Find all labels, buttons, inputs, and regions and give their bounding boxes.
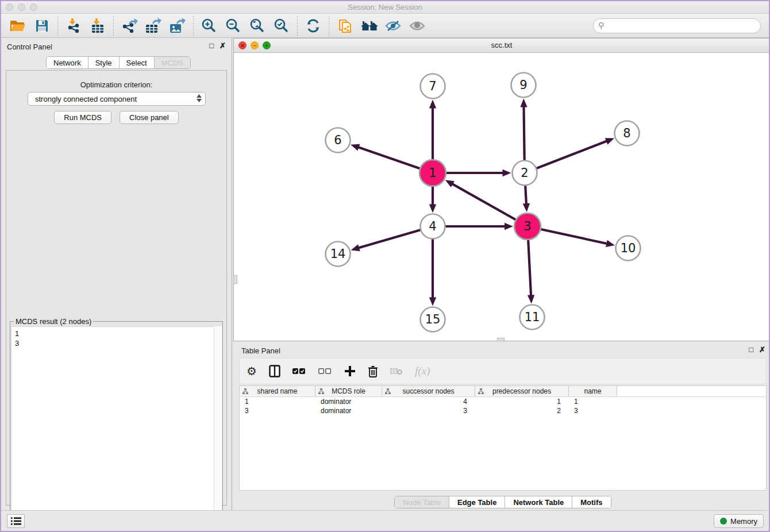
- export-image-icon[interactable]: [165, 16, 190, 36]
- refresh-icon[interactable]: [301, 16, 325, 36]
- column-header-label: name: [584, 387, 601, 395]
- column-header[interactable]: predecessor nodes: [475, 386, 569, 396]
- run-mcds-button[interactable]: Run MCDS: [54, 111, 111, 124]
- import-network-icon[interactable]: [61, 16, 86, 36]
- clone-network-icon[interactable]: [333, 16, 357, 36]
- table-header-row: shared nameMCDS rolesuccessor nodesprede…: [240, 386, 766, 397]
- graph-node-label: 6: [334, 133, 341, 147]
- graph-node-label: 4: [429, 219, 436, 233]
- column-header-label: predecessor nodes: [492, 387, 551, 395]
- zoom-in-icon[interactable]: [197, 16, 221, 36]
- graph-edge-arrowhead: [503, 169, 511, 176]
- graph-node-label: 10: [621, 241, 636, 255]
- graph-edge-2-8[interactable]: [525, 141, 608, 173]
- tab-style[interactable]: Style: [88, 57, 120, 68]
- splitter-handle-bottom[interactable]: [497, 338, 505, 341]
- gear-icon[interactable]: ⚙: [247, 363, 257, 380]
- zoom-selected-icon[interactable]: [270, 16, 294, 36]
- table-cell: 1: [240, 397, 315, 406]
- graph-node-label: 15: [425, 313, 441, 326]
- first-neighbors-icon[interactable]: [357, 16, 381, 36]
- float-panel-icon[interactable]: □: [209, 42, 214, 50]
- float-table-panel-icon[interactable]: □: [749, 346, 753, 354]
- zoom-fit-icon[interactable]: [245, 16, 270, 36]
- toolbar-separator: [193, 16, 194, 36]
- tab-network[interactable]: Network: [47, 57, 88, 68]
- add-column-icon[interactable]: [344, 363, 356, 380]
- table-cell: 1: [475, 397, 569, 406]
- tab-mcds[interactable]: MCDS: [155, 57, 190, 68]
- network-canvas[interactable]: 7968124314101511: [234, 53, 769, 341]
- select-all-icon[interactable]: [292, 363, 306, 380]
- graph-node-label: 3: [523, 219, 531, 233]
- tab-edge-table[interactable]: Edge Table: [449, 496, 505, 508]
- graph-node-label: 7: [429, 79, 436, 93]
- titlebar: Session: New Session: [1, 1, 769, 14]
- table-cell: 4: [382, 397, 475, 406]
- network-view-title: scc.txt: [234, 41, 769, 49]
- column-header[interactable]: MCDS role: [315, 386, 382, 396]
- zoom-out-icon[interactable]: [221, 16, 245, 36]
- memory-button[interactable]: Memory: [714, 514, 764, 528]
- mcds-result-box: MCDS result (2 nodes) 1 3: [10, 321, 223, 532]
- control-panel: Control Panel □ ✗ Network Style Select M…: [1, 38, 232, 512]
- tab-motifs[interactable]: Motifs: [572, 496, 610, 508]
- status-menu-button[interactable]: [7, 514, 25, 528]
- hide-selected-icon[interactable]: [381, 16, 405, 36]
- show-all-icon[interactable]: [405, 16, 429, 36]
- import-table-icon[interactable]: [86, 16, 110, 36]
- deselect-all-icon[interactable]: [318, 363, 332, 380]
- delete-table-icon[interactable]: [390, 363, 403, 380]
- control-panel-title: Control Panel: [7, 43, 52, 51]
- close-panel-icon[interactable]: ✗: [220, 42, 226, 50]
- close-table-panel-icon[interactable]: ✗: [759, 346, 765, 354]
- network-view-titlebar[interactable]: ✕ – + scc.txt: [234, 38, 769, 53]
- table-panel: Table Panel □ ✗ ⚙: [236, 344, 770, 512]
- graph-edge-arrowhead: [520, 98, 527, 107]
- mcds-result-values[interactable]: 1 3: [11, 326, 222, 532]
- result-scrollbar[interactable]: [214, 326, 222, 532]
- table-tabs: Node Table Edge Table Network Table Moti…: [394, 496, 611, 508]
- node-table[interactable]: shared nameMCDS rolesuccessor nodesprede…: [239, 385, 767, 491]
- tab-network-table[interactable]: Network Table: [505, 496, 572, 508]
- table-row[interactable]: 1dominator411: [240, 397, 766, 406]
- graph-edge-arrowhead: [605, 138, 614, 145]
- open-file-icon[interactable]: [6, 16, 30, 36]
- split-view-icon[interactable]: [269, 363, 280, 380]
- graph-node-label: 9: [519, 78, 527, 92]
- graph-node-label: 1: [429, 166, 436, 180]
- table-cell: 3: [382, 406, 475, 415]
- column-header[interactable]: name: [569, 386, 617, 396]
- status-bar: Memory: [1, 510, 769, 531]
- table-cell: dominator: [315, 397, 382, 406]
- toolbar-separator: [57, 16, 58, 36]
- control-panel-tabs: Network Style Select MCDS: [46, 56, 191, 69]
- optimization-criterion-select[interactable]: strongly connected component: [28, 92, 206, 106]
- graph-node-label: 8: [623, 126, 630, 140]
- function-builder-icon[interactable]: f(x): [415, 365, 430, 377]
- graph-edge-arrowhead: [523, 203, 530, 212]
- splitter-handle-left[interactable]: [233, 275, 237, 284]
- export-table-icon[interactable]: [141, 16, 165, 36]
- table-cell: 3: [240, 406, 315, 415]
- column-header[interactable]: shared name: [240, 386, 315, 396]
- tab-node-table[interactable]: Node Table: [395, 496, 449, 508]
- column-header[interactable]: successor nodes: [382, 386, 475, 396]
- toolbar-separator: [329, 16, 329, 36]
- graph-node-label: 14: [330, 247, 346, 261]
- table-toolbar: ⚙: [239, 358, 767, 384]
- table-row[interactable]: 3dominator323: [240, 406, 766, 415]
- delete-column-icon[interactable]: [368, 363, 378, 380]
- export-network-icon[interactable]: [117, 16, 141, 36]
- column-header-label: shared name: [257, 387, 297, 395]
- memory-label: Memory: [730, 517, 757, 526]
- graph-edge-arrowhead: [429, 205, 436, 213]
- table-cell: 3: [569, 406, 617, 415]
- search-input[interactable]: [593, 18, 761, 33]
- network-graph[interactable]: 7968124314101511: [234, 53, 769, 341]
- save-session-icon[interactable]: [30, 16, 54, 36]
- column-header-label: successor nodes: [402, 387, 454, 395]
- close-panel-button[interactable]: Close panel: [120, 111, 179, 124]
- tab-select[interactable]: Select: [120, 57, 155, 68]
- graph-edge-arrowhead: [429, 298, 436, 306]
